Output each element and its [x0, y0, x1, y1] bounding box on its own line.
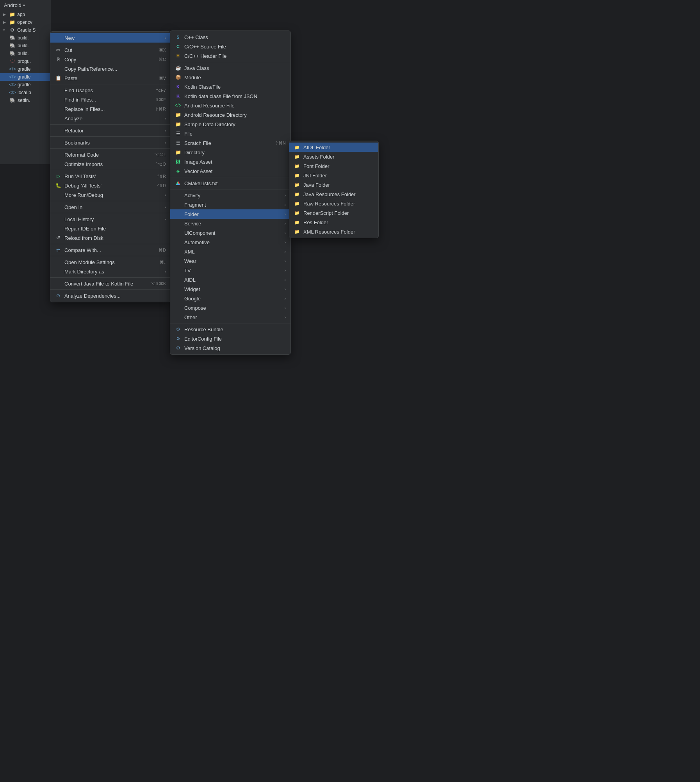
menu-item-service[interactable]: Service › — [170, 219, 290, 228]
menu-item-copy[interactable]: ⎘ Copy ⌘C — [50, 55, 171, 64]
menu-item-resource-bundle[interactable]: ⚙ Resource Bundle — [170, 325, 290, 334]
menu-item-reload[interactable]: ↺ Reload from Disk — [50, 233, 171, 243]
sidebar-item-gradle-code1[interactable]: </> gradle — [0, 65, 51, 73]
menu-item-kotlin-data[interactable]: K Kotlin data class File from JSON — [170, 91, 290, 101]
menu-item-compare-with[interactable]: ⇄ Compare With... ⌘D — [50, 245, 171, 255]
menu-item-open-in[interactable]: Open In › — [50, 202, 171, 212]
reload-icon: ↺ — [55, 235, 61, 241]
kotlin-icon: K — [175, 84, 181, 90]
menu-item-refactor[interactable]: Refactor › — [50, 126, 171, 135]
menu-item-repair-ide[interactable]: Repair IDE on File — [50, 224, 171, 233]
sidebar-item-opencv[interactable]: ▶ 📁 opencv — [0, 18, 51, 26]
menu-item-file[interactable]: ☰ File — [170, 129, 290, 138]
sidebar-item-build3[interactable]: 🐘 build. — [0, 50, 51, 57]
sidebar-item-label: Gradle S — [17, 27, 36, 33]
sidebar-item-build2[interactable]: 🐘 build. — [0, 42, 51, 50]
menu-item-uicomponent[interactable]: UiComponent › — [170, 228, 290, 237]
sidebar-header[interactable]: Android ▾ — [0, 0, 51, 11]
menu-item-image-asset[interactable]: 🖼 Image Asset — [170, 157, 290, 166]
menu-item-assets-folder[interactable]: 📁 Assets Folder — [289, 152, 378, 161]
menu-item-debug-tests[interactable]: 🐛 Debug 'All Tests' ^⇧D — [50, 181, 171, 190]
menu-item-local-history[interactable]: Local History › — [50, 214, 171, 224]
menu-item-renderscript-folder[interactable]: 📁 RenderScript Folder — [289, 208, 378, 218]
sidebar-item-build1[interactable]: 🐘 build. — [0, 34, 51, 42]
menu-item-copy-path[interactable]: Copy Path/Reference... — [50, 64, 171, 73]
menu-item-xml[interactable]: XML › — [170, 247, 290, 256]
sidebar-item-label: app — [17, 12, 25, 17]
menu-item-folder[interactable]: Folder › — [170, 209, 290, 219]
debug-icon: 🐛 — [55, 182, 61, 189]
menu-item-cut[interactable]: ✂ Cut ⌘X — [50, 45, 171, 55]
menu-item-aidl-folder[interactable]: 📁 AIDL Folder — [289, 143, 378, 152]
sidebar-item-label: build. — [18, 35, 29, 41]
menu-item-analyze[interactable]: Analyze › — [50, 114, 171, 123]
menu-item-aidl[interactable]: AIDL › — [170, 275, 290, 284]
expand-arrow-icon: ▶ — [3, 12, 7, 16]
menu-item-scratch-file[interactable]: ☰ Scratch File ⇧⌘N — [170, 138, 290, 148]
menu-item-xml-resources-folder[interactable]: 📁 XML Resources Folder — [289, 227, 378, 236]
context-menu-l1: New › ✂ Cut ⌘X ⎘ Copy ⌘C Copy Path/Refer… — [50, 31, 171, 302]
menu-item-cmake[interactable]: CMakeLists.txt — [170, 179, 290, 188]
menu-item-compose[interactable]: Compose › — [170, 303, 290, 312]
menu-item-automotive[interactable]: Automotive › — [170, 237, 290, 247]
opencv-module-icon: 📁 — [9, 19, 15, 25]
sidebar-item-local[interactable]: </> local.p — [0, 89, 51, 96]
menu-item-raw-resources-folder[interactable]: 📁 Raw Resources Folder — [289, 199, 378, 208]
menu-item-tv[interactable]: TV › — [170, 266, 290, 275]
separator — [50, 289, 171, 290]
sidebar-item-proguard[interactable]: 🛡 progu. — [0, 57, 51, 65]
shortcut: ⇧⌘R — [155, 107, 166, 112]
sidebar-item-gradle-scripts[interactable]: ▾ ⚙ Gradle S — [0, 26, 51, 34]
menu-item-bookmarks[interactable]: Bookmarks › — [50, 138, 171, 147]
menu-label: C/C++ Source File — [184, 44, 286, 50]
menu-label: Reformat Code — [64, 152, 151, 158]
menu-item-java-class[interactable]: ☕ Java Class — [170, 63, 290, 73]
menu-item-android-resource-file[interactable]: </> Android Resource File — [170, 101, 290, 110]
menu-item-activity[interactable]: Activity › — [170, 191, 290, 200]
menu-item-widget[interactable]: Widget › — [170, 284, 290, 294]
menu-item-mark-dir[interactable]: Mark Directory as › — [50, 267, 171, 276]
menu-item-java-resources-folder[interactable]: 📁 Java Resources Folder — [289, 189, 378, 199]
menu-item-res-folder[interactable]: 📁 Res Folder — [289, 218, 378, 227]
menu-item-optimize-imports[interactable]: Optimize Imports ^⌥O — [50, 159, 171, 169]
menu-item-cpp-class[interactable]: S C++ Class — [170, 32, 290, 42]
menu-item-fragment[interactable]: Fragment › — [170, 200, 290, 209]
menu-item-sample-data-dir[interactable]: 📁 Sample Data Directory — [170, 120, 290, 129]
menu-item-replace-in-files[interactable]: Replace in Files... ⇧⌘R — [50, 104, 171, 114]
menu-item-google[interactable]: Google › — [170, 294, 290, 303]
menu-item-vector-asset[interactable]: ◈ Vector Asset — [170, 166, 290, 176]
menu-item-new[interactable]: New › — [50, 33, 171, 43]
menu-item-find-usages[interactable]: Find Usages ⌥F7 — [50, 86, 171, 95]
menu-item-directory[interactable]: 📁 Directory — [170, 148, 290, 157]
menu-item-more-run[interactable]: More Run/Debug › — [50, 190, 171, 200]
menu-item-cpp-header[interactable]: H C/C++ Header File — [170, 51, 290, 61]
menu-item-wear[interactable]: Wear › — [170, 256, 290, 266]
sidebar-item-gradle-code3[interactable]: </> gradle — [0, 81, 51, 89]
menu-item-convert-kotlin[interactable]: Convert Java File to Kotlin File ⌥⇧⌘K — [50, 279, 171, 288]
menu-item-analyze-deps[interactable]: ⊙ Analyze Dependencies... — [50, 291, 171, 300]
menu-item-run-tests[interactable]: ▷ Run 'All Tests' ^⇧R — [50, 171, 171, 181]
menu-item-kotlin-class[interactable]: K Kotlin Class/File — [170, 82, 290, 91]
menu-item-find-in-files[interactable]: Find in Files... ⇧⌘F — [50, 95, 171, 104]
menu-item-font-folder[interactable]: 📁 Font Folder — [289, 161, 378, 171]
menu-item-paste[interactable]: 📋 Paste ⌘V — [50, 73, 171, 83]
editorconfig-icon: ⚙ — [175, 336, 181, 342]
separator — [50, 84, 171, 84]
menu-item-version-catalog[interactable]: ⚙ Version Catalog — [170, 343, 290, 353]
menu-item-editorconfig[interactable]: ⚙ EditorConfig File — [170, 334, 290, 343]
cut-icon: ✂ — [55, 47, 61, 53]
sidebar-item-gradle-code2[interactable]: </> gradle — [0, 73, 51, 81]
menu-item-other[interactable]: Other › — [170, 312, 290, 322]
sidebar-item-app[interactable]: ▶ 📁 app — [0, 11, 51, 18]
menu-item-reformat[interactable]: Reformat Code ⌥⌘L — [50, 150, 171, 159]
folder-submenu-icon — [175, 211, 181, 217]
menu-item-module-settings[interactable]: Open Module Settings ⌘↓ — [50, 257, 171, 267]
sidebar-item-settings[interactable]: 🐘 settin. — [0, 96, 51, 104]
menu-item-jni-folder[interactable]: 📁 JNI Folder — [289, 171, 378, 180]
menu-label: Replace in Files... — [64, 106, 152, 112]
menu-item-java-folder[interactable]: 📁 Java Folder — [289, 180, 378, 189]
menu-item-android-resource-dir[interactable]: 📁 Android Resource Directory — [170, 110, 290, 120]
menu-item-cpp-source[interactable]: C C/C++ Source File — [170, 42, 290, 51]
menu-item-module[interactable]: 📦 Module — [170, 73, 290, 82]
app-module-icon: 📁 — [9, 11, 15, 18]
